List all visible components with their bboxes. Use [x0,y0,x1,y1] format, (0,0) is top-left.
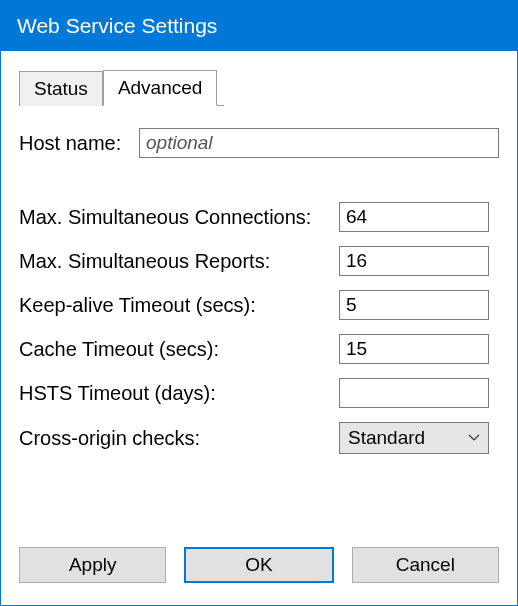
cancel-button[interactable]: Cancel [352,547,499,583]
window-title: Web Service Settings [17,14,217,38]
tab-advanced-label: Advanced [118,77,203,98]
row-cross-origin: Cross-origin checks: Standard [19,422,499,454]
apply-button[interactable]: Apply [19,547,166,583]
ok-button[interactable]: OK [184,547,333,583]
label-hsts-timeout: HSTS Timeout (days): [19,382,339,405]
chevron-down-icon [468,431,480,445]
label-keepalive-timeout: Keep-alive Timeout (secs): [19,294,339,317]
row-keepalive-timeout: Keep-alive Timeout (secs): [19,290,499,320]
tab-strip: Status Advanced [19,69,224,106]
row-host-name: Host name: [19,128,499,158]
cross-origin-select[interactable]: Standard [339,422,489,454]
button-row: Apply OK Cancel [19,547,499,583]
cache-timeout-input[interactable] [339,334,489,364]
row-hsts-timeout: HSTS Timeout (days): [19,378,499,408]
row-cache-timeout: Cache Timeout (secs): [19,334,499,364]
keepalive-timeout-input[interactable] [339,290,489,320]
row-max-connections: Max. Simultaneous Connections: [19,202,499,232]
max-connections-input[interactable] [339,202,489,232]
tab-status-label: Status [34,78,88,99]
row-max-reports: Max. Simultaneous Reports: [19,246,499,276]
max-reports-input[interactable] [339,246,489,276]
label-host-name: Host name: [19,132,139,155]
tab-advanced[interactable]: Advanced [103,70,218,106]
settings-window: Web Service Settings Status Advanced Hos… [0,0,518,606]
label-cross-origin: Cross-origin checks: [19,427,339,450]
tab-status[interactable]: Status [19,71,103,106]
label-cache-timeout: Cache Timeout (secs): [19,338,339,361]
content-area: Status Advanced Host name: Max. Simultan… [1,51,517,605]
hsts-timeout-input[interactable] [339,378,489,408]
cross-origin-value: Standard [348,427,425,449]
host-name-input[interactable] [139,128,499,158]
label-max-connections: Max. Simultaneous Connections: [19,206,339,229]
label-max-reports: Max. Simultaneous Reports: [19,250,339,273]
titlebar: Web Service Settings [1,1,517,51]
